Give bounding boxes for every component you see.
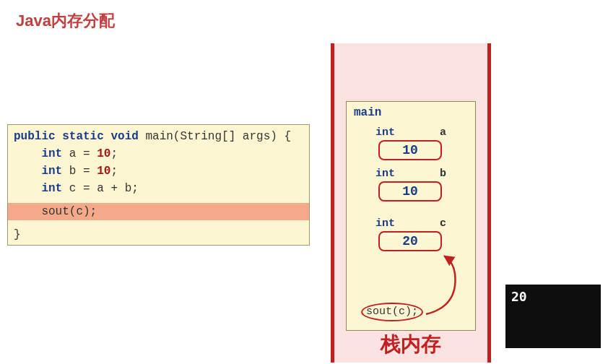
keyword: public static void (14, 130, 139, 143)
number-literal: 10 (97, 165, 110, 178)
keyword: int (41, 147, 62, 160)
variable-type: int (375, 126, 395, 139)
console-output: 20 (505, 285, 601, 348)
code-text: } (14, 228, 21, 241)
frame-name: main (354, 106, 468, 119)
sout-call: sout(c); (361, 303, 423, 321)
variable-value-box: 10 (378, 181, 442, 202)
code-line-4: int c = a + b; (8, 180, 309, 197)
arrow-icon (419, 252, 469, 321)
code-line-2: int a = 10; (8, 145, 309, 162)
code-text: ; (110, 165, 118, 178)
variable-name: c (440, 217, 446, 230)
code-line-6: } (8, 226, 309, 243)
code-line-3: int b = 10; (8, 162, 309, 180)
stack-label: 栈内存 (334, 331, 487, 358)
code-text: sout(c); (14, 205, 97, 218)
code-text: c = a + b; (62, 182, 139, 195)
variable-name: a (440, 126, 446, 139)
variable-type: int (375, 168, 395, 180)
code-text: b = (62, 165, 97, 178)
variable-type: int (375, 217, 395, 230)
stack-frame-main: main int a 10 int b 10 int c 20 sout(c); (346, 101, 476, 331)
variable-value-box: 10 (378, 140, 442, 160)
variable-label: int c (371, 217, 451, 230)
variable-a: int a 10 (371, 126, 451, 160)
code-text: a = (62, 147, 97, 160)
code-panel: public static void main(String[] args) {… (7, 124, 310, 246)
code-line-1: public static void main(String[] args) { (8, 128, 309, 145)
keyword: int (41, 165, 62, 178)
variable-value-box: 20 (378, 231, 442, 251)
number-literal: 10 (97, 147, 110, 160)
variable-label: int b (371, 168, 451, 180)
page-title: Java内存分配 (16, 10, 115, 32)
variable-name: b (440, 168, 446, 180)
keyword: int (41, 182, 62, 195)
code-text: main(String[] args) { (139, 130, 291, 143)
stack-memory-region: main int a 10 int b 10 int c 20 sout(c); (331, 43, 491, 363)
variable-label: int a (371, 126, 451, 139)
variable-b: int b 10 (371, 168, 451, 202)
code-line-5-highlighted: sout(c); (8, 203, 309, 220)
code-text: ; (110, 147, 118, 160)
variable-c: int c 20 (371, 217, 451, 251)
